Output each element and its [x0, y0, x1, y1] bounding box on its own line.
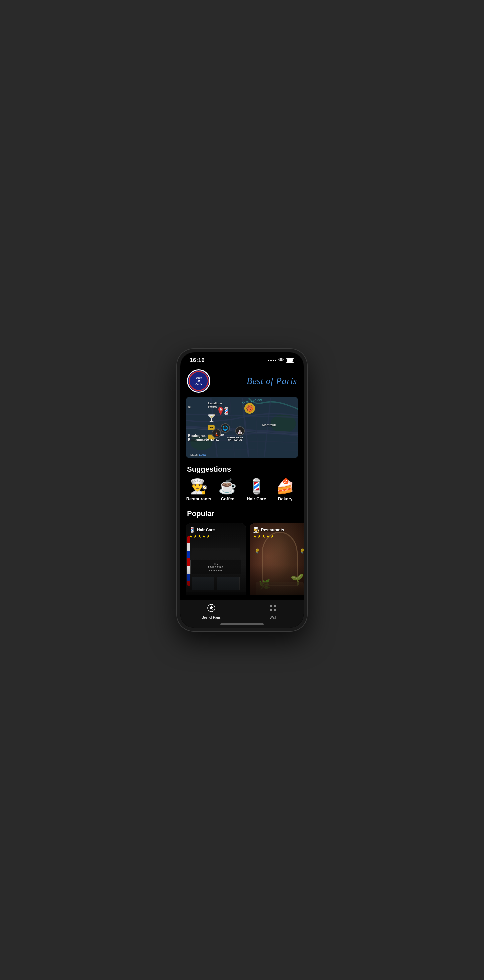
status-time: 16:16 [189, 357, 205, 364]
popular-card-barber[interactable]: THEADDRESSBARBER [186, 523, 246, 595]
r-star2: ★ [257, 534, 261, 539]
svg-rect-24 [274, 609, 276, 611]
suggestion-coffee[interactable]: ☕ Coffee [213, 479, 242, 501]
svg-rect-21 [270, 605, 272, 608]
star5-half: ★ [206, 534, 210, 539]
map-pin-haircare[interactable]: 💈 [221, 407, 231, 415]
logo-inner: Best of Paris [189, 371, 209, 391]
map-labels: Levallois-Perret Montreuil Boulogne-Bill… [186, 396, 298, 458]
card-category-restaurant: Restaurants [261, 528, 284, 532]
popular-title: Popular [180, 508, 304, 523]
r-star5: ★ [271, 534, 274, 539]
home-indicator [220, 623, 264, 625]
map-pin-toureiffel[interactable]: 🗼 TOUR EIFFEL [212, 429, 221, 438]
suggestion-label-haircare: Hair Care [247, 496, 266, 501]
map-pin-bar[interactable]: 🍸 [207, 414, 216, 423]
tab-wall[interactable]: Wall [242, 603, 304, 619]
tab-label-best-of-paris: Best of Paris [202, 616, 221, 619]
map-bg: D7 D7 Levallois-Perret Montreuil Boulogn… [186, 396, 298, 458]
popular-card-siena[interactable]: 🌿 🌱 💡 💡 [250, 523, 304, 595]
r-star4: ★ [266, 534, 270, 539]
card-category-barber: Hair Care [197, 528, 215, 532]
dynamic-island [222, 356, 262, 368]
map-attribution: Maps Legal [189, 453, 206, 456]
suggestion-icon-restaurants: 👨‍🍳 [189, 479, 208, 494]
tab-icon-best-of-paris [207, 603, 216, 614]
suggestion-label-bakery: Bakery [278, 496, 292, 501]
map-legal-link[interactable]: Legal [199, 453, 206, 456]
map-label-montreuil: Montreuil [263, 423, 276, 426]
tab-label-wall: Wall [270, 616, 276, 619]
suggestion-restaurants[interactable]: 👨‍🍳 Restaurants [184, 479, 213, 501]
app-header: Best of Paris Best of Paris [180, 366, 304, 396]
suggestion-label-restaurants: Restaurants [186, 496, 211, 501]
suggestions-title: Suggestions [180, 464, 304, 479]
map-maps-text: Maps [190, 453, 197, 456]
suggestion-icon-bakery: 🍰 [276, 479, 295, 494]
suggestion-label-coffee: Coffee [221, 496, 234, 501]
card-top-1: 💈 Hair Care ★ ★ ★ ★ ★ [189, 527, 242, 539]
card-icon-restaurant: 👨‍🍳 [253, 527, 260, 533]
svg-rect-23 [270, 609, 272, 611]
suggestions-row: 👨‍🍳 Restaurants ☕ Coffee 💈 Hair Care 🍰 B… [180, 479, 304, 508]
wifi-icon [279, 358, 284, 363]
map-pin-gold[interactable]: 🏀 [244, 403, 255, 414]
status-icons [268, 358, 295, 363]
popular-row[interactable]: THEADDRESSBARBER [180, 523, 304, 595]
phone-frame: 16:16 [177, 349, 307, 631]
tab-icon-wall [268, 603, 278, 614]
app-logo[interactable]: Best of Paris [187, 369, 210, 393]
map-label-re: re [188, 405, 191, 409]
tab-best-of-paris[interactable]: Best of Paris [180, 603, 242, 619]
suggestion-haircare[interactable]: 💈 Hair Care [242, 479, 271, 501]
suggestion-bakery[interactable]: 🍰 Bakery [271, 479, 300, 501]
app-title: Best of Paris [247, 375, 297, 386]
popular-section: Popular THEADDRESSBARBER [180, 508, 304, 595]
map-container[interactable]: D7 D7 Levallois-Perret Montreuil Boulogn… [186, 396, 298, 458]
card-top-2: 👨‍🍳 Restaurants ★ ★ ★ ★ ★ [253, 527, 304, 539]
battery-icon [286, 358, 295, 363]
r-star1: ★ [253, 534, 257, 539]
svg-rect-22 [274, 605, 276, 608]
signal-icon [268, 360, 276, 361]
star3: ★ [197, 534, 202, 539]
suggestions-section: Suggestions 👨‍🍳 Restaurants ☕ Coffee 💈 H… [180, 464, 304, 508]
star2: ★ [193, 534, 197, 539]
map-pin-notredame[interactable]: ⛪ NOTRE-DAMECATHEDRAL [235, 426, 245, 436]
svg-point-0 [281, 361, 282, 362]
star1: ★ [189, 534, 193, 539]
card-icon-barber: 💈 [189, 527, 196, 533]
r-star3: ★ [262, 534, 266, 539]
phone-inner: 16:16 [180, 353, 304, 627]
suggestion-icon-coffee: ☕ [218, 479, 237, 494]
star4: ★ [202, 534, 206, 539]
map-pin-faust[interactable]: 🌐 Faust [221, 423, 230, 433]
scroll-content[interactable]: Best of Paris Best of Paris [180, 366, 304, 595]
suggestion-icon-haircare: 💈 [247, 479, 266, 494]
logo-text: Best of Paris [195, 376, 202, 386]
